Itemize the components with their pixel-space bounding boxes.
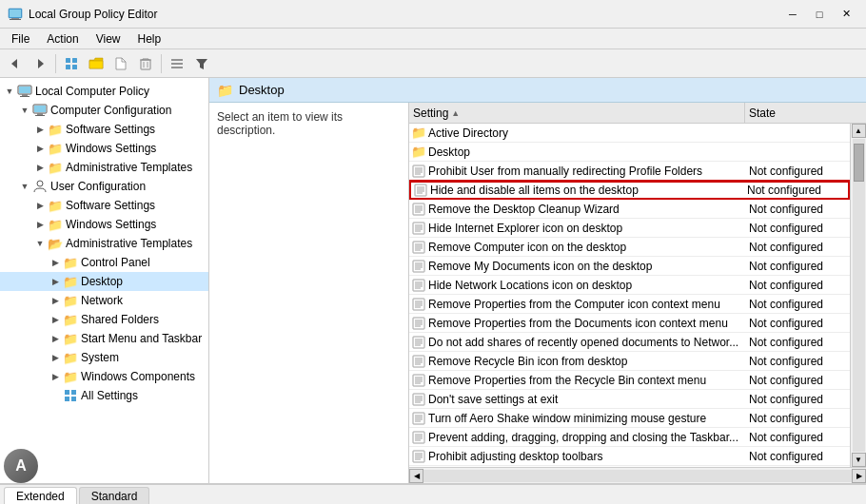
tree-item-control-panel[interactable]: ▶ 📁 Control Panel [0, 253, 208, 272]
svg-rect-25 [35, 115, 45, 116]
expand-admin-cc-icon: ▶ [32, 160, 48, 175]
scroll-up-button[interactable]: ▲ [852, 124, 866, 138]
col-setting-header[interactable]: Setting ▲ [409, 103, 745, 123]
svg-rect-106 [413, 451, 424, 462]
row-active-directory[interactable]: 📁 Active Directory [409, 124, 850, 143]
policy-icon-13 [409, 393, 428, 406]
menu-action[interactable]: Action [39, 30, 86, 48]
h-scroll-left-button[interactable]: ◀ [409, 469, 423, 483]
col-state-header[interactable]: State [745, 103, 850, 123]
row-no-shares-state: Not configured [745, 336, 850, 349]
tree-item-root[interactable]: ▼ Local Computer Policy [0, 82, 208, 101]
main-container: ▼ Local Computer Policy ▼ [0, 78, 866, 483]
back-button[interactable] [4, 52, 27, 75]
admin-cc-label: Administrative Templates [66, 161, 192, 174]
horizontal-scrollbar[interactable]: ◀ ▶ [409, 467, 866, 483]
tree-item-wincomp[interactable]: ▶ 📁 Windows Components [0, 367, 208, 386]
row-remove-props-comp-state: Not configured [745, 298, 850, 311]
tree-item-system[interactable]: ▶ 📁 System [0, 348, 208, 367]
tree-item-allsettings[interactable]: ▶ All Settings [0, 386, 208, 405]
folder-desktop-icon: 📁 [63, 274, 78, 289]
svg-rect-31 [413, 165, 424, 177]
menu-file[interactable]: File [4, 30, 37, 48]
tree-item-shared[interactable]: ▶ 📁 Shared Folders [0, 310, 208, 329]
tree-item-windows-cc[interactable]: ▶ 📁 Windows Settings [0, 139, 208, 158]
policy-icon-4 [409, 222, 428, 235]
row-remove-mydocs[interactable]: Remove My Documents icon on the desktop … [409, 257, 850, 276]
filter-button[interactable] [190, 52, 213, 75]
row-hide-disable[interactable]: Hide and disable all items on the deskto… [409, 181, 850, 200]
scroll-thumb[interactable] [854, 144, 864, 182]
tree-item-user-config[interactable]: ▼ User Configuration [0, 177, 208, 196]
row-desktop-folder[interactable]: 📁 Desktop [409, 143, 850, 162]
settings-list: 📁 Active Directory 📁 Desktop [409, 124, 850, 467]
row-hide-network-text: Hide Network Locations icon on desktop [428, 279, 745, 292]
row-remove-recycle[interactable]: Remove Recycle Bin icon from desktop Not… [409, 352, 850, 371]
tree-item-software-cc[interactable]: ▶ 📁 Software Settings [0, 120, 208, 139]
row-prevent-taskbar[interactable]: Prevent adding, dragging, dropping and c… [409, 428, 850, 447]
row-no-shares[interactable]: Do not add shares of recently opened doc… [409, 333, 850, 352]
h-scroll-track[interactable] [423, 470, 852, 482]
tree-item-desktop[interactable]: ▶ 📁 Desktop [0, 272, 208, 291]
maximize-button[interactable]: □ [807, 5, 832, 24]
doc-button[interactable] [109, 52, 132, 75]
row-aero-shake[interactable]: Turn off Aero Shake window minimizing mo… [409, 409, 850, 428]
folder-sw-cc-icon: 📁 [48, 122, 63, 137]
row-remove-cleanup[interactable]: Remove the Desktop Cleanup Wizard Not co… [409, 200, 850, 219]
settings-header: Setting ▲ State [409, 103, 866, 124]
delete-button[interactable] [134, 52, 157, 75]
tree-item-computer-config[interactable]: ▼ Computer Configuration [0, 101, 208, 120]
svg-rect-66 [413, 299, 424, 310]
tab-extended[interactable]: Extended [4, 487, 77, 505]
scroll-down-button[interactable]: ▼ [852, 453, 866, 467]
policy-icon-14 [409, 412, 428, 425]
tree-item-admin-uc[interactable]: ▼ 📂 Administrative Templates [0, 234, 208, 253]
policy-icon-7 [409, 279, 428, 292]
row-prohibit-adjust[interactable]: Prohibit adjusting desktop toolbars Not … [409, 447, 850, 466]
svg-rect-29 [65, 397, 69, 401]
watermark-logo: A [4, 449, 38, 483]
svg-rect-19 [19, 87, 30, 93]
expand-desktop-icon: ▶ [48, 274, 63, 289]
row-remove-props-recycle[interactable]: Remove Properties from the Recycle Bin c… [409, 371, 850, 390]
vertical-scrollbar[interactable]: ▲ ▼ [850, 124, 866, 467]
row-remove-props-comp[interactable]: Remove Properties from the Computer icon… [409, 295, 850, 314]
software-cc-label: Software Settings [66, 123, 155, 136]
folder-sw-uc-icon: 📁 [48, 198, 63, 213]
tab-standard[interactable]: Standard [79, 487, 150, 505]
expand-sw-cc-icon: ▶ [32, 122, 48, 137]
view-button[interactable] [166, 52, 188, 75]
menu-view[interactable]: View [89, 30, 128, 48]
svg-rect-23 [34, 106, 46, 112]
policy-icon-2 [411, 184, 430, 197]
tree-item-network[interactable]: ▶ 📁 Network [0, 291, 208, 310]
close-button[interactable]: ✕ [834, 5, 858, 24]
tree-item-windows-uc[interactable]: ▶ 📁 Windows Settings [0, 215, 208, 234]
tree-item-startmenu[interactable]: ▶ 📁 Start Menu and Taskbar [0, 329, 208, 348]
policy-icon-15 [409, 431, 428, 444]
row-remove-cleanup-text: Remove the Desktop Cleanup Wizard [428, 203, 745, 216]
forward-button[interactable] [29, 52, 51, 75]
row-prohibit-user[interactable]: Prohibit User from manually redirecting … [409, 162, 850, 181]
row-prohibit-user-state: Not configured [745, 165, 850, 178]
folder-admin-uc-icon: 📂 [48, 236, 63, 251]
minimize-button[interactable]: ─ [780, 5, 805, 24]
up-button[interactable] [60, 52, 83, 75]
scroll-track[interactable] [853, 139, 865, 452]
svg-point-26 [37, 181, 43, 186]
policy-icon-1 [409, 165, 428, 178]
row-remove-props-doc[interactable]: Remove Properties from the Documents ico… [409, 314, 850, 333]
row-hide-network[interactable]: Hide Network Locations icon on desktop N… [409, 276, 850, 295]
row-remove-computer[interactable]: Remove Computer icon on the desktop Not … [409, 238, 850, 257]
row-dont-save[interactable]: Don't save settings at exit Not configur… [409, 390, 850, 409]
h-scroll-right-button[interactable]: ▶ [852, 469, 866, 483]
tree-item-admin-cc[interactable]: ▶ 📁 Administrative Templates [0, 158, 208, 177]
svg-rect-8 [66, 65, 70, 69]
svg-rect-91 [413, 394, 424, 405]
row-remove-recycle-state: Not configured [745, 355, 850, 368]
description-panel: Select an item to view its description. [209, 103, 409, 483]
menu-help[interactable]: Help [130, 30, 169, 48]
folder-button[interactable] [85, 52, 108, 75]
row-hide-ie[interactable]: Hide Internet Explorer icon on desktop N… [409, 219, 850, 238]
tree-item-software-uc[interactable]: ▶ 📁 Software Settings [0, 196, 208, 215]
